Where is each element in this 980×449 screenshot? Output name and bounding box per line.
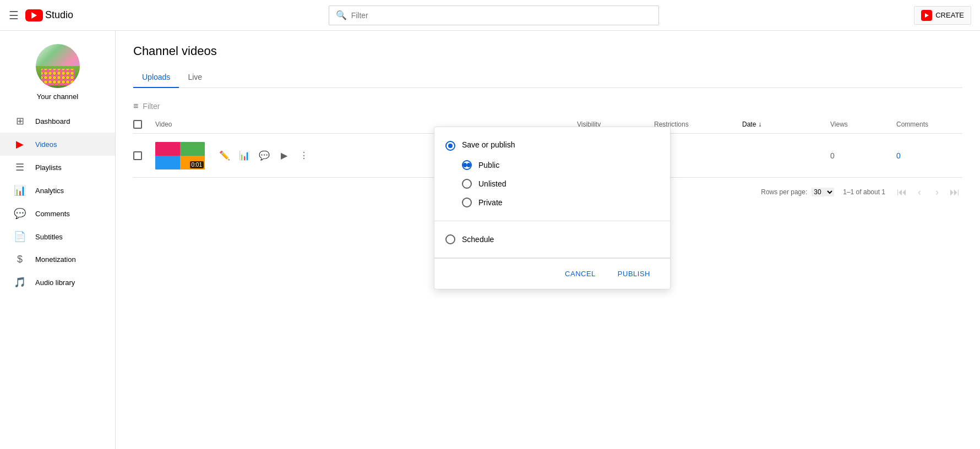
schedule-radio[interactable] bbox=[445, 234, 455, 244]
sidebar-item-audio-library[interactable]: 🎵 Audio library bbox=[0, 271, 115, 294]
analytics-button[interactable]: 📊 bbox=[236, 147, 253, 165]
visibility-radio-group: Save or publish Public Unlisted Private bbox=[445, 136, 659, 212]
private-radio[interactable] bbox=[462, 198, 472, 207]
yt-logo: Studio bbox=[25, 9, 73, 21]
topbar-center: 🔍 bbox=[73, 6, 914, 25]
prev-page-button[interactable]: ‹ bbox=[912, 184, 927, 200]
save-or-publish-label: Save or publish bbox=[462, 140, 515, 149]
sidebar-label-dashboard: Dashboard bbox=[35, 117, 70, 125]
col-views: Views bbox=[830, 121, 896, 128]
unlisted-option[interactable]: Unlisted bbox=[462, 174, 659, 193]
analytics-icon: 📊 bbox=[13, 184, 26, 196]
topbar: ☰ Studio 🔍 CREATE bbox=[0, 0, 980, 31]
studio-logo-text: Studio bbox=[45, 9, 73, 21]
sidebar-label-analytics: Analytics bbox=[35, 187, 64, 195]
schedule-label: Schedule bbox=[462, 235, 494, 244]
public-radio[interactable] bbox=[462, 160, 472, 170]
last-page-button[interactable]: ⏭ bbox=[947, 184, 962, 200]
create-button[interactable]: CREATE bbox=[914, 6, 971, 25]
pagination-info: 1–1 of about 1 bbox=[843, 188, 885, 196]
comments-icon: 💬 bbox=[13, 207, 26, 220]
sidebar-item-analytics[interactable]: 📊 Analytics bbox=[0, 179, 115, 202]
col-comments: Comments bbox=[896, 121, 962, 128]
sidebar-label-audio-library: Audio library bbox=[35, 278, 75, 287]
create-label: CREATE bbox=[935, 11, 964, 19]
select-all-checkbox[interactable] bbox=[133, 120, 142, 129]
sidebar-item-subtitles[interactable]: 📄 Subtitles bbox=[0, 225, 115, 248]
unlisted-label: Unlisted bbox=[478, 179, 507, 188]
more-button[interactable]: ⋮ bbox=[295, 147, 313, 165]
tab-live[interactable]: Live bbox=[179, 67, 211, 88]
tabs: Uploads Live bbox=[133, 67, 962, 88]
private-option[interactable]: Private bbox=[462, 193, 659, 212]
sidebar-item-videos[interactable]: ▶ Videos bbox=[0, 133, 115, 156]
filter-bar: ≡ Filter bbox=[133, 97, 962, 116]
sidebar-label-monetization: Monetization bbox=[35, 255, 76, 264]
playlists-icon: ☰ bbox=[13, 161, 26, 173]
col-date: Date ↓ bbox=[742, 121, 830, 128]
filter-icon: ≡ bbox=[133, 101, 138, 111]
video-duration: 0:01 bbox=[190, 161, 204, 168]
video-thumbnail: 0:01 bbox=[155, 142, 205, 169]
sub-options: Public Unlisted Private bbox=[445, 156, 659, 212]
subtitles-icon: 📄 bbox=[13, 231, 26, 243]
page-title: Channel videos bbox=[133, 44, 962, 58]
rows-per-page-select[interactable]: 30 50 100 bbox=[812, 188, 834, 196]
public-label: Public bbox=[478, 161, 499, 169]
channel-avatar[interactable] bbox=[36, 44, 80, 88]
next-page-button[interactable]: › bbox=[929, 184, 945, 200]
public-option[interactable]: Public bbox=[462, 156, 659, 174]
sort-down-icon: ↓ bbox=[758, 121, 761, 128]
sidebar-item-monetization[interactable]: $ Monetization bbox=[0, 248, 115, 271]
sidebar-nav: ⊞ Dashboard ▶ Videos ☰ Playlists 📊 Analy… bbox=[0, 109, 115, 294]
pagination-nav: ⏮ ‹ › ⏭ bbox=[894, 184, 962, 200]
video-actions: ✏️ 📊 💬 ▶ ⋮ bbox=[211, 147, 313, 165]
youtube-button[interactable]: ▶ bbox=[275, 147, 293, 165]
sidebar: Your channel ⊞ Dashboard ▶ Videos ☰ Play… bbox=[0, 31, 116, 449]
sidebar-item-playlists[interactable]: ☰ Playlists bbox=[0, 156, 115, 179]
edit-button[interactable]: ✏️ bbox=[216, 147, 233, 165]
create-icon bbox=[921, 10, 932, 21]
comments-button[interactable]: 💬 bbox=[255, 147, 273, 165]
first-page-button[interactable]: ⏮ bbox=[894, 184, 910, 200]
sidebar-label-comments: Comments bbox=[35, 210, 70, 218]
cancel-button[interactable]: CANCEL bbox=[556, 265, 605, 282]
thumb-cell-3 bbox=[155, 156, 180, 169]
schedule-option[interactable]: Schedule bbox=[445, 230, 659, 249]
sidebar-item-dashboard[interactable]: ⊞ Dashboard bbox=[0, 109, 115, 133]
publish-button[interactable]: PUBLISH bbox=[609, 265, 659, 282]
sidebar-item-comments[interactable]: 💬 Comments bbox=[0, 202, 115, 225]
popup-footer: CANCEL PUBLISH bbox=[434, 258, 670, 289]
videos-icon: ▶ bbox=[13, 138, 26, 150]
filter-text: Filter bbox=[143, 102, 160, 111]
dashboard-icon: ⊞ bbox=[13, 115, 26, 127]
audio-library-icon: 🎵 bbox=[13, 276, 26, 288]
monetization-icon: $ bbox=[13, 254, 26, 265]
channel-name: Your channel bbox=[37, 92, 78, 101]
hamburger-icon[interactable]: ☰ bbox=[9, 9, 19, 22]
save-or-publish-radio[interactable] bbox=[445, 141, 455, 151]
sidebar-label-videos: Videos bbox=[35, 140, 57, 149]
sidebar-label-playlists: Playlists bbox=[35, 163, 62, 172]
unlisted-radio[interactable] bbox=[462, 179, 472, 189]
search-icon: 🔍 bbox=[336, 10, 347, 20]
topbar-left: ☰ Studio bbox=[9, 9, 73, 22]
popup-save-or-publish-section: Save or publish Public Unlisted Private bbox=[434, 127, 670, 221]
rows-per-page: Rows per page: 30 50 100 bbox=[761, 188, 834, 196]
popup-schedule-section: Schedule bbox=[434, 221, 670, 258]
sidebar-label-subtitles: Subtitles bbox=[35, 233, 63, 241]
comments-cell: 0 bbox=[896, 151, 962, 160]
private-label: Private bbox=[478, 198, 503, 207]
topbar-right: CREATE bbox=[914, 6, 971, 25]
youtube-logo-icon bbox=[25, 9, 43, 21]
rows-per-page-label: Rows per page: bbox=[761, 188, 807, 196]
thumb-cell-2 bbox=[180, 142, 205, 156]
search-input[interactable] bbox=[351, 11, 652, 20]
save-or-publish-item: Save or publish bbox=[445, 136, 659, 156]
row-checkbox[interactable] bbox=[133, 151, 142, 160]
tab-uploads[interactable]: Uploads bbox=[133, 67, 179, 88]
thumb-cell-1 bbox=[155, 142, 180, 156]
search-box: 🔍 bbox=[329, 6, 659, 25]
views-cell: 0 bbox=[830, 151, 896, 160]
avatar-image bbox=[36, 44, 80, 88]
